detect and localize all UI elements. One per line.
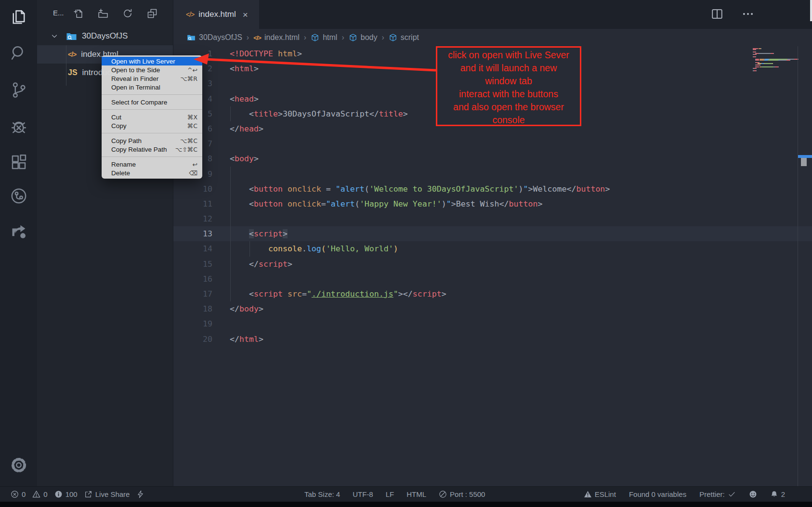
code-line[interactable]: 19 bbox=[173, 316, 812, 331]
settings-gear-icon[interactable] bbox=[0, 452, 37, 479]
code-line[interactable]: 10 <button onclick = "alert('Welcome to … bbox=[173, 182, 812, 196]
menu-item-copy-relative-path[interactable]: Copy Relative Path⌥⇧⌘C bbox=[102, 145, 202, 154]
search-icon[interactable] bbox=[0, 39, 37, 66]
eol-status[interactable]: LF bbox=[386, 490, 394, 498]
code-line[interactable]: 7 bbox=[173, 136, 812, 151]
minimap-line bbox=[760, 60, 763, 61]
code-line[interactable]: 13 <script> bbox=[173, 226, 812, 241]
menu-item-copy-path[interactable]: Copy Path⌥⌘C bbox=[102, 136, 202, 145]
code-line-content: <button onclick = "alert('Welcome to 30D… bbox=[212, 182, 610, 196]
breadcrumb-item-index-html[interactable]: </>index.html bbox=[253, 33, 300, 42]
window-bottom-edge bbox=[0, 502, 812, 507]
menu-item-shortcut: ⌥⌘C bbox=[180, 137, 197, 144]
minimap-line bbox=[762, 66, 772, 67]
refresh-icon[interactable] bbox=[122, 8, 133, 19]
errors-status[interactable]: 0 bbox=[11, 490, 26, 498]
menu-item-label: Reveal in Finder bbox=[111, 75, 158, 82]
new-file-icon[interactable] bbox=[73, 8, 84, 19]
notifications-status[interactable]: 2 bbox=[770, 490, 785, 498]
more-actions-icon[interactable] bbox=[742, 8, 754, 20]
indent-guide bbox=[230, 211, 231, 226]
menu-item-rename[interactable]: Rename↩ bbox=[102, 160, 202, 169]
indent-guide bbox=[230, 226, 231, 241]
status-text: 0 bbox=[43, 490, 47, 498]
breadcrumb-item-30daysofjs[interactable]: 30DaysOfJS bbox=[187, 33, 242, 42]
menu-separator bbox=[102, 156, 202, 157]
warning-icon bbox=[32, 490, 40, 498]
code-line[interactable]: 16 bbox=[173, 272, 812, 286]
warnings-status[interactable]: 0 bbox=[32, 490, 47, 498]
line-number: 17 bbox=[173, 286, 212, 301]
minimap-line bbox=[786, 60, 790, 61]
scrollbar-thumb[interactable] bbox=[801, 158, 807, 166]
menu-item-open-with-live-server[interactable]: Open with Live Server bbox=[102, 57, 202, 65]
live-share-icon[interactable] bbox=[0, 218, 37, 245]
code-line-content: <script> bbox=[212, 226, 288, 241]
code-line[interactable]: 20</html> bbox=[173, 332, 812, 347]
menu-item-open-to-the-side[interactable]: Open to the Side^↩ bbox=[102, 65, 202, 74]
status-text: HTML bbox=[406, 490, 426, 498]
port-status[interactable]: Port : 5500 bbox=[439, 490, 485, 498]
infos-status[interactable]: 100 bbox=[54, 490, 78, 498]
tree-root-folder[interactable]: 30DaysOfJS bbox=[37, 27, 173, 45]
code-line[interactable]: 11 <button onclick="alert('Happy New Yea… bbox=[173, 196, 812, 211]
minimap-line bbox=[760, 65, 760, 65]
code-line-content bbox=[212, 167, 230, 182]
annotation-text: interact with the buttons bbox=[437, 88, 580, 101]
split-editor-icon[interactable] bbox=[711, 8, 723, 20]
tree-root-label: 30DaysOfJS bbox=[82, 31, 128, 41]
tab-size-status[interactable]: Tab Size: 4 bbox=[304, 490, 340, 498]
code-line[interactable]: 14 console.log('Hello, World') bbox=[173, 241, 812, 256]
code-line[interactable]: 15 </script> bbox=[173, 257, 812, 272]
line-number: 12 bbox=[173, 211, 212, 226]
menu-item-reveal-in-finder[interactable]: Reveal in Finder⌥⌘R bbox=[102, 74, 202, 83]
minimap[interactable] bbox=[753, 48, 797, 106]
minimap-line bbox=[756, 56, 756, 57]
language-status[interactable]: HTML bbox=[406, 490, 426, 498]
encoding-status[interactable]: UTF-8 bbox=[353, 490, 373, 498]
breadcrumb-label: 30DaysOfJS bbox=[199, 33, 242, 42]
new-folder-icon[interactable] bbox=[98, 8, 108, 19]
menu-item-select-for-compare[interactable]: Select for Compare bbox=[102, 98, 202, 106]
bolt-status[interactable] bbox=[136, 490, 144, 498]
breadcrumb-label: index.html bbox=[264, 33, 300, 42]
code-line-content bbox=[212, 211, 230, 226]
tab-index-html[interactable]: </> index.html × bbox=[173, 0, 259, 29]
live-share-status[interactable]: Live Share bbox=[84, 490, 130, 498]
code-line[interactable]: 18</body> bbox=[173, 301, 812, 316]
html-file-icon: </> bbox=[68, 51, 76, 58]
tab-close-icon[interactable]: × bbox=[243, 10, 248, 19]
menu-item-open-in-terminal[interactable]: Open in Terminal bbox=[102, 83, 202, 91]
annotation-text: and it will launch a new bbox=[437, 62, 580, 75]
code-line-content: </script> bbox=[212, 257, 292, 272]
source-control-icon[interactable] bbox=[0, 77, 37, 104]
menu-separator bbox=[102, 133, 202, 133]
breadcrumb-item-html[interactable]: html bbox=[311, 33, 337, 42]
code-line-content bbox=[212, 136, 230, 151]
tabstrip-scrollbar[interactable] bbox=[810, 0, 812, 21]
collapse-all-icon[interactable] bbox=[147, 8, 157, 19]
menu-item-delete[interactable]: Delete⌫ bbox=[102, 169, 202, 177]
feedback-status[interactable] bbox=[749, 490, 757, 498]
tab-label: index.html bbox=[198, 10, 236, 19]
menu-item-cut[interactable]: Cut⌘X bbox=[102, 113, 202, 121]
code-line[interactable]: 9 bbox=[173, 167, 812, 182]
code-line[interactable]: 12 bbox=[173, 211, 812, 226]
annotation-text: window tab bbox=[437, 75, 580, 88]
breadcrumb-item-script[interactable]: script bbox=[389, 33, 419, 42]
menu-item-copy[interactable]: Copy⌘C bbox=[102, 121, 202, 130]
code-line-content: <!DOCTYPE html> bbox=[212, 46, 302, 61]
code-line[interactable]: 8<body> bbox=[173, 151, 812, 166]
run-debug-icon[interactable] bbox=[0, 113, 37, 140]
code-line-content: console.log('Hello, World') bbox=[212, 241, 398, 256]
breadcrumb-item-body[interactable]: body bbox=[349, 33, 378, 42]
context-menu: Open with Live ServerOpen to the Side^↩R… bbox=[102, 55, 202, 179]
prettier-status[interactable]: Prettier: bbox=[699, 490, 736, 498]
code-line[interactable]: 17 <script src="./introduction.js"></scr… bbox=[173, 286, 812, 301]
explorer-icon[interactable] bbox=[0, 4, 37, 31]
extensions-icon[interactable] bbox=[0, 149, 37, 176]
indent-guide bbox=[249, 241, 250, 256]
gitlens-icon[interactable] bbox=[0, 182, 37, 209]
eslint-status[interactable]: ESLint bbox=[584, 490, 616, 498]
variables-status[interactable]: Found 0 variables bbox=[629, 490, 686, 498]
